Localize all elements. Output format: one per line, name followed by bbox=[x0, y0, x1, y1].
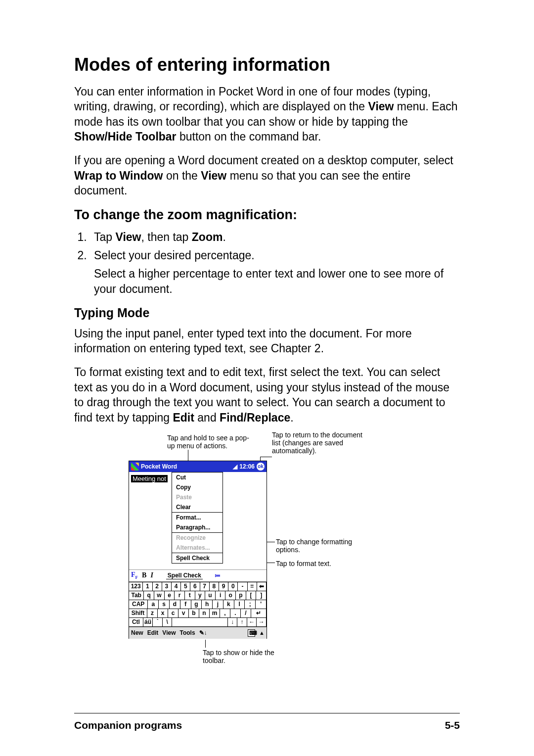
key[interactable]: ` bbox=[153, 618, 163, 627]
key-cap[interactable]: CAP bbox=[129, 600, 148, 609]
menu-paragraph[interactable]: Paragraph... bbox=[172, 522, 222, 532]
key[interactable]: l bbox=[234, 600, 245, 609]
key[interactable]: r bbox=[175, 591, 185, 600]
key-left[interactable]: ← bbox=[247, 618, 257, 627]
menu-view[interactable]: View bbox=[162, 629, 176, 636]
device-screen: Pocket Word ◢ 12:06 ok Meeting not Cut C… bbox=[129, 461, 267, 639]
step-2-note: Select a higher percentage to enter text… bbox=[94, 266, 460, 297]
key[interactable]: o bbox=[225, 591, 236, 600]
key[interactable]: [ bbox=[246, 591, 257, 600]
key[interactable]: h bbox=[202, 600, 213, 609]
text: button on the command bar. bbox=[177, 130, 321, 143]
italic-button[interactable]: I bbox=[150, 571, 153, 579]
bold-button[interactable]: B bbox=[142, 571, 146, 579]
key[interactable]: 3 bbox=[162, 582, 172, 591]
key-right[interactable]: → bbox=[257, 618, 267, 627]
key[interactable]: w bbox=[154, 591, 165, 600]
text: , then tap bbox=[141, 231, 191, 243]
soft-keyboard[interactable]: 123 1 2 3 4 5 6 7 8 9 0 - = ⬅ Tab bbox=[129, 582, 267, 627]
key[interactable]: ] bbox=[256, 591, 267, 600]
key[interactable]: v bbox=[178, 609, 189, 618]
callout-ok: Tap to return to the document list (chan… bbox=[272, 431, 366, 455]
ok-button[interactable]: ok bbox=[257, 463, 265, 471]
key[interactable]: i bbox=[216, 591, 226, 600]
start-flag-icon[interactable] bbox=[131, 463, 139, 471]
key[interactable]: , bbox=[220, 609, 230, 618]
pen-format-icon[interactable]: FF bbox=[131, 571, 138, 580]
callout-toolbar: Tap to show or hide the toolbar. bbox=[203, 649, 282, 664]
menu-spellcheck[interactable]: Spell Check bbox=[172, 553, 222, 563]
key-intl[interactable]: áü bbox=[143, 618, 153, 627]
key[interactable]: g bbox=[191, 600, 202, 609]
menu-cut[interactable]: Cut bbox=[172, 472, 222, 482]
text: If you are opening a Word document creat… bbox=[74, 154, 453, 167]
key[interactable]: - bbox=[238, 582, 247, 591]
command-bar: New Edit View Tools ✎↓ ⌨ ▲ bbox=[129, 627, 267, 639]
key[interactable]: y bbox=[195, 591, 206, 600]
key[interactable]: j bbox=[213, 600, 223, 609]
key[interactable]: x bbox=[158, 609, 168, 618]
bullets-button[interactable]: ≔ bbox=[215, 572, 221, 579]
menu-edit[interactable]: Edit bbox=[147, 629, 159, 636]
key[interactable]: b bbox=[189, 609, 199, 618]
key-up[interactable]: ↑ bbox=[237, 618, 247, 627]
key[interactable]: ' bbox=[256, 600, 267, 609]
key[interactable]: p bbox=[236, 591, 246, 600]
key[interactable]: . bbox=[230, 609, 241, 618]
key[interactable]: e bbox=[165, 591, 175, 600]
text: Select your desired percentage. bbox=[94, 249, 255, 262]
menu-clear[interactable]: Clear bbox=[172, 502, 222, 512]
key[interactable]: z bbox=[147, 609, 158, 618]
key[interactable]: 5 bbox=[181, 582, 190, 591]
key-shift[interactable]: Shift bbox=[129, 609, 147, 618]
key[interactable]: = bbox=[248, 582, 257, 591]
menu-tools[interactable]: Tools bbox=[180, 629, 195, 636]
key-space[interactable] bbox=[172, 618, 227, 627]
key-down[interactable]: ↓ bbox=[228, 618, 238, 627]
key[interactable]: q bbox=[144, 591, 154, 600]
bold-view: View bbox=[368, 100, 394, 113]
key[interactable]: 6 bbox=[190, 582, 200, 591]
key[interactable]: / bbox=[241, 609, 251, 618]
spellcheck-label: Spell Check bbox=[166, 572, 203, 579]
page-footer: Companion programs 5-5 bbox=[74, 719, 460, 731]
selected-text[interactable]: Meeting not bbox=[131, 475, 168, 482]
key-backspace[interactable]: ⬅ bbox=[257, 582, 267, 591]
menu-new[interactable]: New bbox=[131, 629, 143, 636]
key[interactable]: 4 bbox=[172, 582, 181, 591]
key-enter[interactable]: ↵ bbox=[251, 609, 267, 618]
menu-format[interactable]: Format... bbox=[172, 513, 222, 522]
document-area[interactable]: Meeting not Cut Copy Paste Clear Format.… bbox=[129, 472, 267, 570]
key[interactable]: 7 bbox=[200, 582, 210, 591]
context-menu: Cut Copy Paste Clear Format... Paragraph… bbox=[172, 472, 223, 564]
input-panel-arrow-icon[interactable]: ▲ bbox=[259, 630, 265, 636]
key[interactable]: k bbox=[223, 600, 234, 609]
key[interactable]: t bbox=[185, 591, 195, 600]
key[interactable]: 9 bbox=[219, 582, 228, 591]
key[interactable]: ; bbox=[245, 600, 256, 609]
key[interactable]: m bbox=[210, 609, 220, 618]
leader-line bbox=[205, 640, 206, 648]
menu-copy[interactable]: Copy bbox=[172, 482, 222, 492]
key[interactable]: 0 bbox=[228, 582, 238, 591]
key-tab[interactable]: Tab bbox=[129, 591, 144, 600]
key[interactable]: s bbox=[159, 600, 170, 609]
key[interactable]: 1 bbox=[143, 582, 152, 591]
toolbar-toggle-icon[interactable]: ✎↓ bbox=[199, 629, 207, 636]
key[interactable]: \ bbox=[163, 618, 173, 627]
key-123[interactable]: 123 bbox=[129, 582, 143, 591]
input-panel-icon[interactable]: ⌨ bbox=[248, 629, 255, 637]
key[interactable]: f bbox=[180, 600, 191, 609]
key[interactable]: 8 bbox=[210, 582, 219, 591]
screenshot-figure: Tap and hold to see a pop-up menu of act… bbox=[129, 434, 361, 666]
bold-view: View bbox=[201, 169, 226, 182]
key[interactable]: u bbox=[205, 591, 216, 600]
key-ctl[interactable]: Ctl bbox=[129, 618, 143, 627]
key[interactable]: d bbox=[170, 600, 180, 609]
callout-format-options: Tap to change formatting options. bbox=[276, 538, 360, 554]
key[interactable]: 2 bbox=[153, 582, 162, 591]
key[interactable]: n bbox=[199, 609, 210, 618]
key[interactable]: c bbox=[168, 609, 178, 618]
key[interactable]: a bbox=[148, 600, 159, 609]
callout-popup: Tap and hold to see a pop-up menu of act… bbox=[167, 434, 251, 450]
